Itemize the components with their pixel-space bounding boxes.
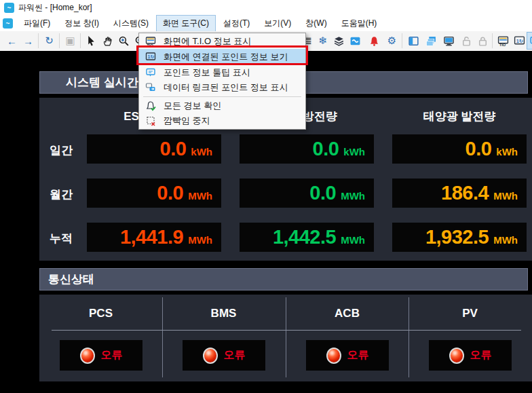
column-divider: [162, 297, 163, 377]
device-name-bms: BMS: [162, 307, 285, 320]
freeze-icon[interactable]: ❄: [315, 33, 330, 49]
error-led-icon: [80, 348, 95, 364]
row-label-daily: 일간: [37, 143, 85, 158]
menu-item-point-tooltip[interactable]: 포인트 정보 툴팁 표시: [139, 65, 305, 80]
screen-tools-menu: TIO 화면에 T.I.O 정보 표시 1↻ 화면에 연결된 포인트 정보 보기…: [138, 33, 306, 130]
value-box-cumulative-pv: 1,932.5 MWh: [392, 223, 527, 252]
title-bar: ~ 파워씬 - [Home_kor]: [0, 0, 532, 15]
value: 1,442.5: [273, 226, 336, 248]
ack-alarm-icon: [145, 100, 157, 111]
status-box-acb: 오류: [306, 340, 389, 371]
menu-item-label: 데이터 링크된 포인트 정보 표시: [164, 81, 288, 94]
device-name-pcs: PCS: [39, 307, 162, 320]
unit: kWh: [343, 141, 365, 157]
status-text: 오류: [347, 348, 369, 362]
toolbar-separator: [80, 33, 81, 48]
status-box-pv: 오류: [429, 340, 512, 371]
value-box-daily-charge: 0.0 kWh: [87, 134, 221, 164]
svg-text:TIO: TIO: [147, 43, 154, 48]
svg-text:TIO: TIO: [499, 43, 506, 47]
hand-icon[interactable]: [100, 33, 115, 49]
zoom-in-icon[interactable]: [116, 33, 132, 49]
lock-closed-icon[interactable]: [475, 33, 491, 49]
menu-item-linked-point-info[interactable]: 1↻ 화면에 연결된 포인트 정보 보기: [139, 49, 305, 65]
value: 0.0: [160, 138, 187, 160]
status-text: 오류: [101, 348, 123, 362]
value: 1,441.9: [120, 226, 183, 248]
menu-system[interactable]: 시스템(S): [107, 16, 155, 31]
point-tooltip-icon[interactable]: [527, 33, 532, 49]
value: 1,932.5: [425, 226, 489, 248]
svg-text:1↻: 1↻: [148, 54, 155, 59]
alarm-bell-icon[interactable]: [366, 33, 382, 49]
column-header-pv-generation: 태양광 발전량: [392, 109, 527, 124]
back-icon[interactable]: ←: [4, 33, 20, 49]
column-divider: [286, 297, 286, 377]
menu-screen-tools[interactable]: 화면 도구(C): [157, 16, 215, 31]
unit: MWh: [341, 229, 365, 246]
linked-point-info-icon[interactable]: 1↻: [512, 33, 527, 49]
menu-file[interactable]: 파일(F): [18, 16, 56, 31]
screen-image-icon[interactable]: [347, 33, 363, 49]
value-box-monthly-pv: 186.4 MWh: [392, 179, 527, 208]
value-box-monthly-discharge: 0.0 MWh: [240, 179, 374, 208]
row-label-monthly: 월간: [37, 187, 85, 202]
toolbar-separator: [492, 33, 493, 48]
value-box-cumulative-charge: 1,441.9 MWh: [87, 223, 221, 252]
data-link-icon: [145, 82, 157, 93]
pointer-icon[interactable]: [83, 33, 99, 49]
error-led-icon: [449, 348, 464, 364]
menu-window[interactable]: 창(W): [299, 16, 332, 31]
monitor-icon[interactable]: [441, 33, 457, 49]
toolbar-separator: [59, 33, 60, 48]
document-logo-icon: ~: [3, 18, 13, 29]
error-led-icon: [203, 348, 218, 364]
refresh-icon[interactable]: ↻: [41, 33, 57, 49]
menu-item-label: 화면에 연결된 포인트 정보 보기: [164, 51, 288, 63]
menu-settings[interactable]: 설정(T): [217, 16, 256, 31]
tooltip-icon: [145, 67, 157, 78]
linked-point-icon: 1↻: [145, 52, 157, 62]
device-name-pv: PV: [408, 307, 531, 320]
menu-item-data-link-info[interactable]: 데이터 링크된 포인트 정보 표시: [139, 80, 305, 95]
value: 0.0: [466, 138, 492, 160]
menu-item-tio-info[interactable]: TIO 화면에 T.I.O 정보 표시: [139, 34, 305, 49]
menu-bar: ~ 파일(F) 정보 창(I) 시스템(S) 화면 도구(C) 설정(T) 보기…: [0, 15, 532, 31]
toolbar-separator: [402, 33, 402, 48]
save-icon[interactable]: ▣: [62, 33, 78, 49]
menu-item-label: 모든 경보 확인: [164, 100, 221, 112]
layers-icon[interactable]: [331, 33, 347, 49]
menu-item-ack-all-alarms[interactable]: 모든 경보 확인: [139, 98, 305, 113]
unit: MWh: [493, 229, 518, 246]
app-logo-icon: ~: [4, 3, 14, 13]
window-title: 파워씬 - [Home_kor]: [18, 2, 92, 14]
tio-info-icon[interactable]: TIO: [495, 33, 511, 49]
status-box-pcs: 오류: [60, 340, 142, 371]
settings-gear-icon[interactable]: ⚙: [384, 33, 400, 49]
value-box-cumulative-discharge: 1,442.5 MWh: [240, 223, 374, 252]
value: 0.0: [309, 182, 336, 204]
unit: MWh: [188, 185, 212, 202]
value: 0.0: [157, 182, 183, 204]
side-panel-icon[interactable]: [406, 33, 421, 49]
unit: kWh: [496, 141, 518, 157]
value: 0.0: [313, 138, 339, 160]
forward-icon[interactable]: →: [20, 33, 36, 49]
menu-info-window[interactable]: 정보 창(I): [58, 16, 105, 31]
unit: MWh: [493, 185, 518, 202]
value-box-daily-pv: 0.0 kWh: [392, 134, 527, 164]
menu-item-stop-blinking[interactable]: 깜빡임 중지: [139, 113, 305, 128]
menu-help[interactable]: 도움말(H): [335, 16, 383, 31]
lock-open-icon[interactable]: [459, 33, 474, 49]
svg-text:1↻: 1↻: [516, 37, 523, 43]
toolbar-separator: [38, 33, 39, 48]
unit: MWh: [188, 229, 212, 246]
app-window: ~ 파워씬 - [Home_kor] ~ 파일(F) 정보 창(I) 시스템(S…: [0, 0, 532, 393]
blink-stop-icon: [145, 115, 157, 126]
error-led-icon: [326, 348, 341, 364]
menu-item-label: 포인트 정보 툴팁 표시: [164, 67, 250, 79]
status-box-bms: 오류: [183, 340, 265, 371]
cascade-windows-icon[interactable]: [423, 33, 439, 49]
device-name-acb: ACB: [286, 307, 408, 320]
menu-view[interactable]: 보기(V): [258, 16, 297, 31]
